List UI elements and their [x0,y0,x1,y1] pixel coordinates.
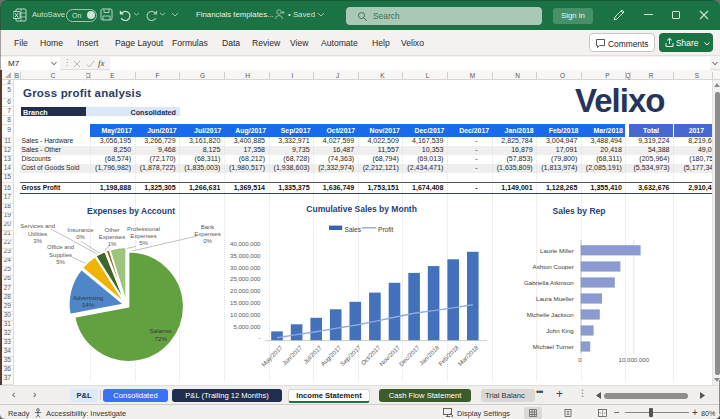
svg-text:72%: 72% [155,335,168,342]
svg-text:Michelle Jackson: Michelle Jackson [527,311,575,318]
svg-text:Utilities: Utilities [28,231,47,237]
svg-text:Insurance: Insurance [67,227,94,233]
svg-text:Sales: Sales [345,226,362,233]
svg-text:Salaries: Salaries [150,327,172,334]
svg-text:20,000,000: 20,000,000 [230,287,261,294]
svg-text:1%: 1% [108,241,117,247]
svg-text:0%: 0% [203,238,212,244]
svg-text:-: - [258,334,260,341]
svg-text:Sales by Rep: Sales by Rep [553,206,606,216]
svg-text:Services and: Services and [20,223,55,229]
svg-text:Michael Turner: Michael Turner [533,343,574,350]
svg-text:10,000,000: 10,000,000 [619,356,650,363]
svg-text:Cumulative Sales by Month: Cumulative Sales by Month [306,204,417,214]
svg-text:Bank: Bank [201,224,216,230]
svg-text:15,000,000: 15,000,000 [230,299,261,306]
svg-text:Jun/2017: Jun/2017 [281,343,304,366]
svg-text:25,000,000: 25,000,000 [230,275,261,282]
svg-text:5%: 5% [139,240,148,246]
svg-text:Gabriella Atkinson: Gabriella Atkinson [524,279,574,286]
svg-text:Dec/2017: Dec/2017 [397,343,421,367]
svg-text:Ashton Cooper: Ashton Cooper [533,263,574,270]
svg-text:Laura Mueller: Laura Mueller [536,295,574,302]
svg-text:40,000,000: 40,000,000 [230,240,261,247]
svg-text:Laurie Miller: Laurie Miller [540,247,574,254]
svg-text:Other: Other [104,227,119,233]
svg-text:Expenses: Expenses [130,233,156,239]
svg-text:Professional: Professional [127,226,160,232]
svg-text:5,000,000: 5,000,000 [233,323,261,330]
svg-text:Expenses by Account: Expenses by Account [87,206,175,216]
svg-text:30,000,000: 30,000,000 [230,264,261,271]
svg-text:Profit: Profit [378,226,394,233]
svg-text:Sep/2017: Sep/2017 [339,343,363,367]
svg-text:3%: 3% [33,238,42,244]
svg-text:Expenses: Expenses [194,231,220,237]
svg-text:Mar/2018: Mar/2018 [456,343,480,367]
svg-text:35,000,000: 35,000,000 [230,252,261,259]
svg-text:Expenses: Expenses [99,234,125,240]
svg-text:0%: 0% [76,234,85,240]
svg-text:Supplies: Supplies [49,252,72,258]
svg-text:14%: 14% [82,301,95,308]
svg-text:Office and: Office and [47,244,74,250]
svg-text:John King: John King [546,327,574,334]
svg-text:May/2017: May/2017 [260,343,284,367]
svg-text:10,000,000: 10,000,000 [230,311,261,318]
svg-text:0: 0 [578,356,582,363]
svg-text:5%: 5% [56,259,65,265]
